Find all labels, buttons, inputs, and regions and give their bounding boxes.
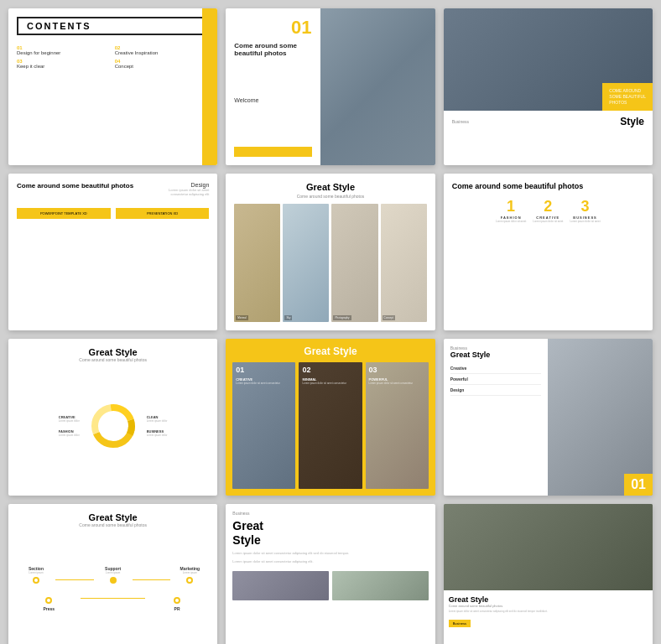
slide-8-photo-1: 01 CREATIVE Lorem ipsum dolor sit amet c… (232, 362, 295, 489)
slide-2-title: Come around some beautiful photos (234, 42, 311, 57)
welcome-label: Welcome (234, 97, 311, 103)
slides-grid: CONTENTS 01 Design for beginner 02 Creat… (8, 8, 653, 644)
office-image (444, 504, 653, 590)
photo-4: Concept (381, 204, 427, 322)
slide-12-btn[interactable]: Business (449, 620, 471, 627)
timeline-item-4: Press (17, 595, 81, 611)
slide-11-photos (232, 571, 428, 600)
slide-2-image (320, 8, 435, 165)
slide-5-photos: Minimal Sky Photography Concept (234, 204, 426, 322)
button-2[interactable]: PRESENTATION XD (116, 208, 210, 219)
contents-item-2: 02 Creative Inspiration (115, 45, 210, 55)
slide-6: Come around some beautiful photos 1 FASH… (444, 174, 653, 330)
slide-12: Great Style Come around some beautiful p… (444, 504, 653, 644)
contents-item-1: 01 Design for beginner (17, 45, 112, 55)
slide-4: Come around some beautiful photos Design… (8, 174, 217, 330)
yellow-text-block: COME AROUNDSOME BEAUTIFULPHOTOS (602, 83, 653, 111)
timeline-item-5: PR (145, 595, 209, 611)
slide-3-small-label: Business (452, 119, 469, 124)
slide-1: CONTENTS 01 Design for beginner 02 Creat… (8, 8, 217, 165)
slide-11-photo-1 (232, 571, 329, 600)
slide-6-title: Come around some beautiful photos (452, 182, 644, 190)
donut-chart (88, 401, 138, 451)
design-label: Design (169, 182, 209, 188)
slide-3: COME AROUNDSOME BEAUTIFULPHOTOS Business… (444, 8, 653, 165)
photo-2: Sky (283, 204, 329, 322)
contents-title: CONTENTS (17, 17, 209, 35)
slide-8-photos: 01 CREATIVE Lorem ipsum dolor sit amet c… (232, 362, 428, 489)
slide-9-left: Business Great Style Creative Powerful D… (444, 339, 549, 496)
slide-11-desc1: Lorem ipsum dolor sit amet consectetur a… (232, 551, 428, 556)
slide-11-photo-2 (332, 571, 429, 600)
slide-9-title: Great Style (450, 351, 542, 359)
button-1[interactable]: POWERPOINT TEMPLATE XD (17, 208, 111, 219)
slide-7-donut: CREATIVE Lorem ipsum dolor FASHION Lorem… (17, 366, 209, 487)
circle-2: 2 CREATIVE Lorem ipsum dolor sit amet (533, 198, 563, 223)
slide-7: Great Style Come around some beautiful p… (8, 339, 217, 496)
slide-2-layout: 01 Come around some beautiful photos Wel… (226, 8, 435, 165)
circle-3: 3 BUSINESS Lorem ipsum dolor sit amet (570, 198, 600, 223)
slide-12-bottom: Great Style Come around some beautiful p… (444, 590, 653, 644)
slide-12-title: Great Style (449, 595, 648, 604)
slide-11-desc2: Lorem ipsum dolor sit amet consectetur a… (232, 559, 428, 564)
slide-8-photo-3: 03 POWERFUL Lorem ipsum dolor sit amet c… (366, 362, 429, 489)
slide-3-title: Style (620, 116, 644, 127)
circle-1: 1 FASHION Lorem ipsum dolor sit amet (496, 198, 526, 223)
slide-8-title: Great Style (232, 345, 428, 357)
slide-3-image: COME AROUNDSOME BEAUTIFULPHOTOS (444, 8, 653, 111)
contents-items: 01 Design for beginner 02 Creative Inspi… (17, 45, 209, 69)
slide-4-title: Come around some beautiful photos (17, 182, 133, 190)
slide-4-buttons: POWERPOINT TEMPLATE XD PRESENTATION XD (17, 208, 209, 219)
slide-8: Great Style 01 CREATIVE Lorem ipsum dolo… (226, 339, 435, 496)
slide-11: Business GreatStyle Lorem ipsum dolor si… (226, 504, 435, 644)
slide-12-sub: Come around some beautiful photos (449, 604, 648, 608)
slide-7-sub: Come around some beautiful photos (17, 357, 209, 362)
labels-right: CLEAN Lorem ipsum dolor BUSINESS Lorem i… (147, 415, 168, 437)
slide-5-title: Great Style (234, 182, 426, 192)
photo-1: Minimal (234, 204, 280, 322)
slide-7-title: Great Style (17, 347, 209, 357)
slide-12-desc: Lorem ipsum dolor sit amet consectetur a… (449, 610, 648, 613)
timeline-item-1: Section Lorem ipsum (17, 566, 55, 586)
slide-9-number: 01 (624, 474, 653, 496)
yellow-bottom-bar (234, 147, 311, 157)
timeline-area: Section Lorem ipsum Support Lorem ipsum … (17, 531, 209, 644)
slide-10-title: Great Style (17, 512, 209, 522)
slide-2-left: 01 Come around some beautiful photos Wel… (226, 8, 320, 165)
slide-6-circles: 1 FASHION Lorem ipsum dolor sit amet 2 C… (452, 198, 644, 223)
slide-11-title: GreatStyle (232, 519, 428, 548)
slide-4-desc: Lorem ipsum dolor sit ametconsectetur ad… (169, 188, 209, 196)
contents-item-3: 03 Keep it clear (17, 59, 112, 69)
slide-number: 01 (291, 17, 311, 39)
slide-5-sub: Come around some beautiful photos (234, 194, 426, 199)
slide-11-business: Business (232, 511, 428, 516)
slide-9-image: 01 (548, 339, 653, 496)
slide-10: Great Style Come around some beautiful p… (8, 504, 217, 644)
slide-9: Business Great Style Creative Powerful D… (444, 339, 653, 496)
photo-3: Photography (331, 204, 377, 322)
timeline-item-2: Support Lorem ipsum (94, 566, 133, 586)
slide-10-sub: Come around some beautiful photos (17, 522, 209, 527)
slide-5: Great Style Come around some beautiful p… (226, 174, 435, 330)
slide-2: 01 Come around some beautiful photos Wel… (226, 8, 435, 165)
slide-3-title-area: Business Style (444, 111, 653, 132)
timeline-item-3: Marketing Lorem ipsum (170, 566, 209, 586)
feature-list: Creative Powerful Design (450, 366, 542, 396)
contents-item-4: 04 Concept (115, 59, 210, 69)
yellow-sidebar (202, 8, 217, 165)
slide-8-photo-2: 02 MINIMAL Lorem ipsum dolor sit amet co… (299, 362, 362, 489)
labels-left: CREATIVE Lorem ipsum dolor FASHION Lorem… (59, 415, 80, 437)
